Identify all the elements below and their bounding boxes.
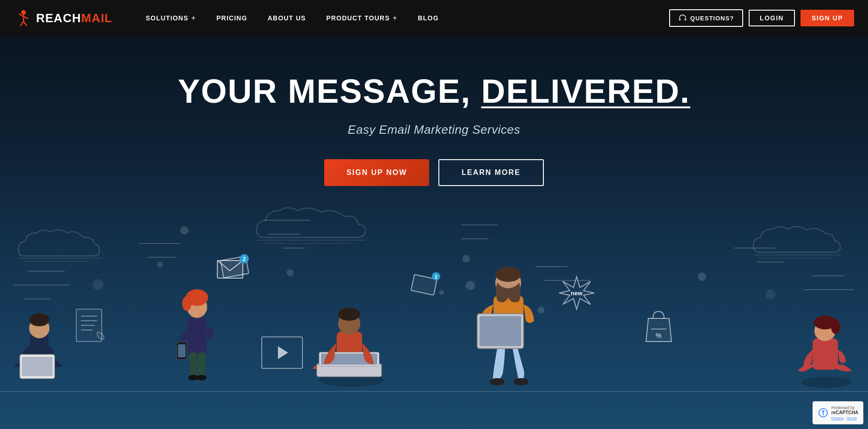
svg-point-49 <box>338 308 360 321</box>
svg-point-60 <box>801 377 852 388</box>
shopping-bag-icon: % <box>644 307 674 346</box>
svg-rect-6 <box>679 19 680 21</box>
svg-rect-36 <box>187 317 207 354</box>
navbar: REACHMAIL SOLUTIONS + PRICING ABOUT US P… <box>0 0 868 36</box>
deco-circle <box>157 261 163 267</box>
logo-reach-text: REACH <box>36 11 81 25</box>
svg-rect-45 <box>178 344 185 357</box>
person-3 <box>305 287 398 391</box>
nav-item-product-tours[interactable]: PRODUCT TOURS + <box>316 0 408 36</box>
nav-item-blog[interactable]: BLOG <box>408 0 449 36</box>
nav-links: SOLUTIONS + PRICING ABOUT US PRODUCT TOU… <box>135 0 669 36</box>
questions-button[interactable]: QUESTIONS? <box>669 9 744 27</box>
svg-point-0 <box>21 10 26 15</box>
svg-point-33 <box>29 313 49 326</box>
new-badge: new <box>558 274 595 313</box>
svg-text:%: % <box>656 332 662 339</box>
deco-line <box>803 289 854 290</box>
svg-rect-61 <box>813 338 838 370</box>
recaptcha-icon <box>818 407 829 418</box>
svg-point-54 <box>514 378 529 385</box>
deco-line <box>461 224 498 225</box>
nav-item-solutions[interactable]: SOLUTIONS + <box>135 0 206 36</box>
svg-text:2: 2 <box>243 256 246 262</box>
svg-point-40 <box>197 375 207 380</box>
cloud-right <box>748 219 850 262</box>
svg-rect-38 <box>198 352 205 378</box>
svg-line-5 <box>24 21 27 26</box>
deco-circle <box>765 289 776 299</box>
svg-rect-37 <box>190 352 197 378</box>
hero-section: YOUR MESSAGE, DELIVERED. Easy Email Mark… <box>0 36 868 429</box>
deco-line <box>139 243 180 244</box>
hero-buttons: SIGN UP NOW LEARN MORE <box>324 159 544 186</box>
hero-title: YOUR MESSAGE, DELIVERED. <box>178 73 690 110</box>
privacy-link[interactable]: Privacy <box>831 416 843 420</box>
svg-line-4 <box>20 21 24 26</box>
headphones-icon <box>678 14 687 22</box>
deco-circle <box>698 273 706 281</box>
svg-text:2: 2 <box>435 274 437 280</box>
person-5 <box>785 297 868 391</box>
deco-circle <box>287 269 294 276</box>
svg-point-57 <box>495 267 521 282</box>
deco-line <box>148 257 176 258</box>
svg-rect-35 <box>22 357 53 376</box>
play-button-icon <box>278 346 288 359</box>
nav-item-about-us[interactable]: ABOUT US <box>258 0 316 36</box>
signup-button[interactable]: SIGN UP <box>800 10 854 26</box>
video-play-box[interactable] <box>261 336 303 369</box>
deco-line <box>28 271 65 272</box>
terms-link[interactable]: Terms <box>847 416 857 420</box>
svg-line-3 <box>24 17 28 19</box>
svg-point-64 <box>831 319 840 334</box>
recaptcha-widget: Protected by reCAPTCHA Privacy - Terms <box>813 401 863 424</box>
illustration: 2 2 <box>0 198 868 429</box>
deco-line <box>813 275 845 276</box>
nav-right: QUESTIONS? LOGIN SIGN UP <box>669 9 854 27</box>
deco-circle <box>180 226 189 235</box>
login-button[interactable]: LOGIN <box>749 10 795 26</box>
logo-mail-text: MAIL <box>81 11 112 25</box>
deco-line <box>14 285 69 286</box>
nav-item-pricing[interactable]: PRICING <box>206 0 258 36</box>
svg-rect-7 <box>684 19 686 21</box>
envelope-notification-right: 2 <box>410 270 443 299</box>
deco-circle <box>92 279 104 290</box>
logo[interactable]: REACHMAIL <box>14 8 112 28</box>
svg-point-53 <box>490 378 505 385</box>
ground-line <box>0 391 868 392</box>
svg-rect-59 <box>480 316 521 346</box>
svg-text:new: new <box>571 290 583 297</box>
hero-signup-button[interactable]: SIGN UP NOW <box>324 159 429 186</box>
person-1 <box>5 287 79 391</box>
person-4 <box>461 228 554 392</box>
hero-subtitle: Easy Email Marketing Services <box>348 123 520 137</box>
hero-learn-button[interactable]: LEARN MORE <box>438 159 544 186</box>
cloud-center-left <box>250 200 379 249</box>
cloud-left <box>14 224 106 267</box>
person-2 <box>166 269 227 391</box>
svg-point-43 <box>182 296 191 311</box>
